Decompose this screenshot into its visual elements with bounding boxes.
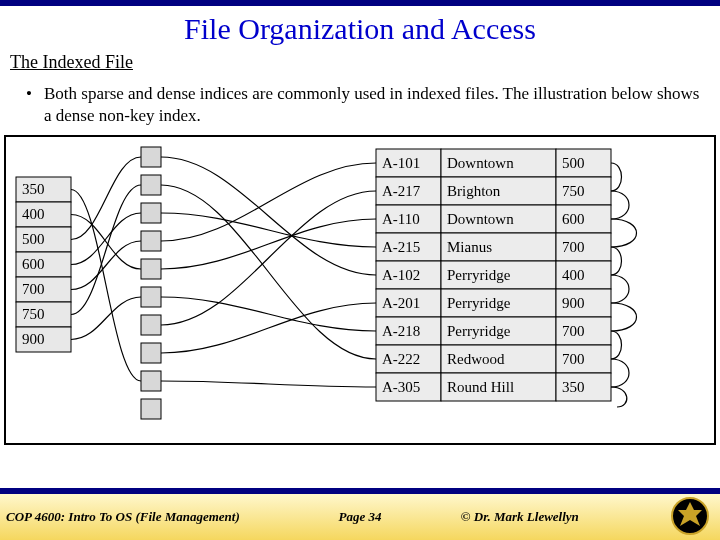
- slide-subtitle: The Indexed File: [10, 52, 720, 73]
- svg-text:700: 700: [22, 281, 45, 297]
- svg-text:350: 350: [22, 181, 45, 197]
- svg-text:A-215: A-215: [382, 239, 420, 255]
- svg-rect-15: [141, 175, 161, 195]
- svg-text:500: 500: [562, 155, 585, 171]
- svg-text:A-101: A-101: [382, 155, 420, 171]
- svg-rect-18: [141, 259, 161, 279]
- svg-text:400: 400: [22, 206, 45, 222]
- diagram-frame: 350400500600700750900A-101Downtown500A-2…: [4, 135, 716, 445]
- svg-rect-17: [141, 231, 161, 251]
- svg-text:Perryridge: Perryridge: [447, 267, 511, 283]
- svg-text:400: 400: [562, 267, 585, 283]
- bullet-text: Both sparse and dense indices are common…: [26, 83, 706, 127]
- svg-text:600: 600: [562, 211, 585, 227]
- svg-text:900: 900: [562, 295, 585, 311]
- svg-rect-20: [141, 315, 161, 335]
- slide-title: File Organization and Access: [0, 12, 720, 46]
- svg-text:700: 700: [562, 239, 585, 255]
- svg-text:A-201: A-201: [382, 295, 420, 311]
- svg-text:900: 900: [22, 331, 45, 347]
- top-accent-bar: [0, 0, 720, 6]
- svg-text:Downtown: Downtown: [447, 155, 514, 171]
- svg-text:700: 700: [562, 351, 585, 367]
- svg-text:A-305: A-305: [382, 379, 420, 395]
- svg-text:A-222: A-222: [382, 351, 420, 367]
- footer-course: COP 4600: Intro To OS (File Management): [6, 509, 240, 525]
- svg-text:Redwood: Redwood: [447, 351, 505, 367]
- svg-text:Round Hill: Round Hill: [447, 379, 514, 395]
- svg-text:700: 700: [562, 323, 585, 339]
- ucf-logo-icon: [670, 496, 710, 536]
- svg-text:Brighton: Brighton: [447, 183, 501, 199]
- svg-text:A-217: A-217: [382, 183, 421, 199]
- svg-text:Perryridge: Perryridge: [447, 323, 511, 339]
- svg-text:750: 750: [22, 306, 45, 322]
- indexed-file-diagram: 350400500600700750900A-101Downtown500A-2…: [6, 137, 714, 443]
- svg-rect-21: [141, 343, 161, 363]
- svg-text:A-110: A-110: [382, 211, 420, 227]
- svg-rect-23: [141, 399, 161, 419]
- svg-text:Perryridge: Perryridge: [447, 295, 511, 311]
- svg-text:A-218: A-218: [382, 323, 420, 339]
- footer: COP 4600: Intro To OS (File Management) …: [0, 488, 720, 540]
- svg-rect-16: [141, 203, 161, 223]
- svg-rect-22: [141, 371, 161, 391]
- footer-credit: © Dr. Mark Llewellyn: [461, 509, 579, 525]
- footer-strip: COP 4600: Intro To OS (File Management) …: [0, 494, 720, 540]
- svg-text:A-102: A-102: [382, 267, 420, 283]
- svg-rect-19: [141, 287, 161, 307]
- svg-text:750: 750: [562, 183, 585, 199]
- footer-page: Page 34: [339, 509, 382, 525]
- svg-rect-14: [141, 147, 161, 167]
- svg-text:350: 350: [562, 379, 585, 395]
- svg-text:600: 600: [22, 256, 45, 272]
- svg-text:500: 500: [22, 231, 45, 247]
- svg-text:Mianus: Mianus: [447, 239, 492, 255]
- svg-text:Downtown: Downtown: [447, 211, 514, 227]
